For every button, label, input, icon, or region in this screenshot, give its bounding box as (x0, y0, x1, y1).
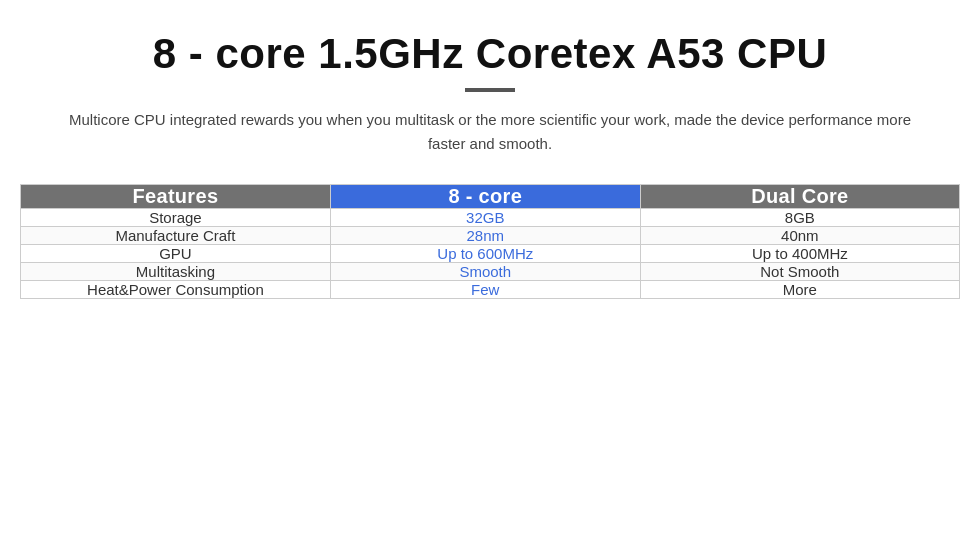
header-features: Features (21, 185, 331, 209)
header-dualcore: Dual Core (640, 185, 959, 209)
value-8core: Smooth (330, 263, 640, 281)
comparison-table: Features 8 - core Dual Core Storage32GB8… (20, 184, 960, 299)
feature-label: Multitasking (21, 263, 331, 281)
value-dualcore: 8GB (640, 209, 959, 227)
table-header-row: Features 8 - core Dual Core (21, 185, 960, 209)
feature-label: Manufacture Craft (21, 227, 331, 245)
header-8core: 8 - core (330, 185, 640, 209)
value-dualcore: Not Smooth (640, 263, 959, 281)
value-8core: Few (330, 281, 640, 299)
table-row: Manufacture Craft28nm40nm (21, 227, 960, 245)
value-8core: 32GB (330, 209, 640, 227)
feature-label: Heat&Power Consumption (21, 281, 331, 299)
table-row: Heat&Power ConsumptionFewMore (21, 281, 960, 299)
value-dualcore: More (640, 281, 959, 299)
table-row: MultitaskingSmoothNot Smooth (21, 263, 960, 281)
value-dualcore: Up to 400MHz (640, 245, 959, 263)
page-subtitle: Multicore CPU integrated rewards you whe… (60, 108, 920, 156)
value-8core: Up to 600MHz (330, 245, 640, 263)
page-title: 8 - core 1.5GHz Coretex A53 CPU (153, 30, 828, 78)
value-dualcore: 40nm (640, 227, 959, 245)
value-8core: 28nm (330, 227, 640, 245)
feature-label: GPU (21, 245, 331, 263)
table-row: GPUUp to 600MHzUp to 400MHz (21, 245, 960, 263)
table-row: Storage32GB8GB (21, 209, 960, 227)
title-divider (465, 88, 515, 92)
feature-label: Storage (21, 209, 331, 227)
